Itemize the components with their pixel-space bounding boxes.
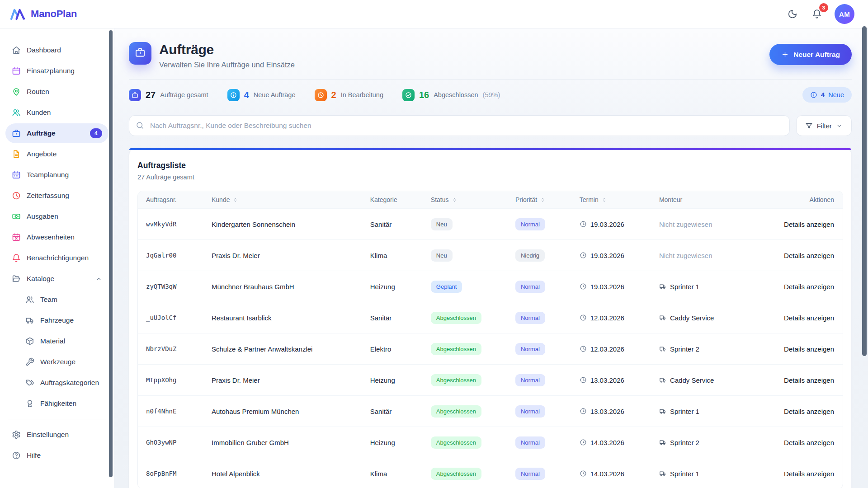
column-header-termin[interactable]: Termin	[571, 196, 651, 203]
clock-icon	[580, 221, 587, 228]
customer-cell: Restaurant Isarblick	[203, 314, 362, 322]
sidebar-item-hilfe[interactable]: Hilfe	[5, 446, 108, 465]
app-logo[interactable]: ManoPlan	[10, 7, 77, 21]
sort-icon	[232, 197, 238, 203]
details-link[interactable]: Details anzeigen	[784, 408, 834, 415]
sidebar-item-dashboard[interactable]: Dashboard	[5, 40, 108, 60]
clock-icon	[12, 191, 21, 200]
help-circle-icon	[12, 451, 21, 460]
date-cell: 13.03.2026	[571, 376, 651, 384]
order-number-cell: NbrzVDuZ	[138, 345, 203, 352]
column-header-status[interactable]: Status	[423, 196, 507, 203]
category-cell: Sanitär	[362, 408, 423, 415]
sidebar-item-material[interactable]: Material	[5, 331, 108, 351]
file-text-icon	[12, 150, 21, 159]
category-cell: Heizung	[362, 439, 423, 446]
sidebar-item-benachrichtigungen[interactable]: Benachrichtigungen	[5, 248, 108, 268]
new-pill-value: 4	[821, 91, 825, 99]
sidebar-item-einstellungen[interactable]: Einstellungen	[5, 425, 108, 445]
status-cell: Geplant	[423, 281, 507, 293]
status-cell: Abgeschlossen	[423, 343, 507, 355]
topbar: ManoPlan 3 AM	[0, 0, 868, 28]
sidebar-item-werkzeuge[interactable]: Werkzeuge	[5, 352, 108, 372]
details-link[interactable]: Details anzeigen	[784, 221, 834, 228]
sidebar-item-abwesenheiten[interactable]: Abwesenheiten	[5, 227, 108, 247]
stat-label: In Bearbeitung	[341, 91, 383, 99]
map-pin-icon	[12, 87, 21, 96]
sidebar-item-team[interactable]: Team	[5, 290, 108, 310]
sidebar-item-kataloge[interactable]: Kataloge	[5, 269, 108, 289]
folder-open-icon	[12, 274, 21, 283]
assignee-cell: Sprinter 2	[651, 439, 764, 446]
priority-cell: Normal	[507, 218, 571, 230]
new-order-button[interactable]: Neuer Auftrag	[769, 44, 852, 65]
priority-badge: Niedrig	[515, 249, 545, 262]
status-badge: Abgeschlossen	[431, 405, 481, 418]
stat-label: Aufträge gesamt	[160, 91, 208, 99]
column-header-kunde[interactable]: Kunde	[203, 196, 362, 203]
stat-abgeschlossen: 16Abgeschlossen(59%)	[402, 89, 500, 101]
order-number-cell: 8oFpBnFM	[138, 470, 203, 477]
page-icon	[129, 42, 151, 65]
details-link[interactable]: Details anzeigen	[784, 470, 834, 478]
sidebar-divider	[8, 419, 106, 419]
table-row: wvMkyVdRKindergarten SonnenscheinSanitär…	[138, 208, 843, 239]
calendar-x-icon	[12, 233, 21, 242]
card-title: Auftragsliste	[137, 161, 843, 170]
sidebar-item-fahrzeuge[interactable]: Fahrzeuge	[5, 310, 108, 330]
priority-badge: Normal	[515, 281, 545, 293]
order-number-cell: zyQTW3qW	[138, 283, 203, 290]
sidebar-item-auftrage[interactable]: Aufträge4	[5, 123, 108, 143]
actions-cell: Details anzeigen	[764, 470, 843, 478]
sidebar-item-label: Dashboard	[27, 46, 61, 54]
details-link[interactable]: Details anzeigen	[784, 345, 834, 353]
sidebar-scrollbar[interactable]	[109, 30, 113, 477]
customer-cell: Münchner Brauhaus GmbH	[203, 283, 362, 291]
stat-value: 2	[331, 90, 336, 100]
page-subtitle: Verwalten Sie Ihre Aufträge und Einsätze	[159, 61, 295, 69]
sidebar-item-label: Abwesenheiten	[27, 233, 75, 241]
sidebar-item-zeiterfassung[interactable]: Zeiterfassung	[5, 186, 108, 206]
priority-cell: Normal	[507, 281, 571, 293]
chevron-up-icon	[95, 276, 102, 282]
page-title: Aufträge	[159, 42, 295, 57]
sidebar-item-auftragskategorien[interactable]: Auftragskategorien	[5, 373, 108, 393]
clock-icon	[580, 345, 587, 352]
details-link[interactable]: Details anzeigen	[784, 439, 834, 446]
orders-table: Auftragsnr.KundeKategorieStatusPriorität…	[137, 191, 843, 488]
priority-cell: Niedrig	[507, 249, 571, 262]
sidebar-item-fahigkeiten[interactable]: Fähigkeiten	[5, 394, 108, 413]
sidebar-item-teamplanung[interactable]: Teamplanung	[5, 165, 108, 185]
sidebar-item-label: Kunden	[27, 108, 51, 117]
sidebar-item-angebote[interactable]: Angebote	[5, 144, 108, 164]
truck-icon	[659, 439, 666, 446]
details-link[interactable]: Details anzeigen	[784, 252, 834, 259]
theme-toggle-button[interactable]	[786, 7, 799, 21]
user-avatar[interactable]: AM	[835, 4, 854, 24]
column-header-prioritat[interactable]: Priorität	[507, 196, 571, 203]
calendar-days-icon	[12, 170, 21, 179]
priority-badge: Normal	[515, 343, 545, 355]
sidebar-item-ausgaben[interactable]: Ausgaben	[5, 206, 108, 226]
category-cell: Sanitär	[362, 221, 423, 228]
column-label: Termin	[580, 196, 599, 203]
sidebar-item-routen[interactable]: Routen	[5, 82, 108, 102]
details-link[interactable]: Details anzeigen	[784, 283, 834, 291]
home-icon	[12, 46, 21, 55]
sidebar-footer-nav: EinstellungenHilfe	[5, 425, 108, 465]
sidebar-item-einsatzplanung[interactable]: Einsatzplanung	[5, 61, 108, 81]
sidebar-item-label: Ausgaben	[27, 212, 58, 221]
page-scrollbar[interactable]	[862, 26, 867, 356]
priority-cell: Normal	[507, 374, 571, 386]
sidebar-item-label: Hilfe	[27, 451, 41, 460]
priority-cell: Normal	[507, 405, 571, 418]
sidebar-item-kunden[interactable]: Kunden	[5, 103, 108, 122]
table-row: MtppXOhgPraxis Dr. MeierHeizungAbgeschlo…	[138, 364, 843, 395]
column-label: Kategorie	[370, 196, 397, 203]
filter-button[interactable]: Filter	[796, 115, 852, 136]
details-link[interactable]: Details anzeigen	[784, 314, 834, 322]
search-input[interactable]	[129, 115, 790, 136]
details-link[interactable]: Details anzeigen	[784, 376, 834, 384]
notifications-button[interactable]: 3	[810, 7, 824, 21]
status-badge: Abgeschlossen	[431, 374, 481, 386]
